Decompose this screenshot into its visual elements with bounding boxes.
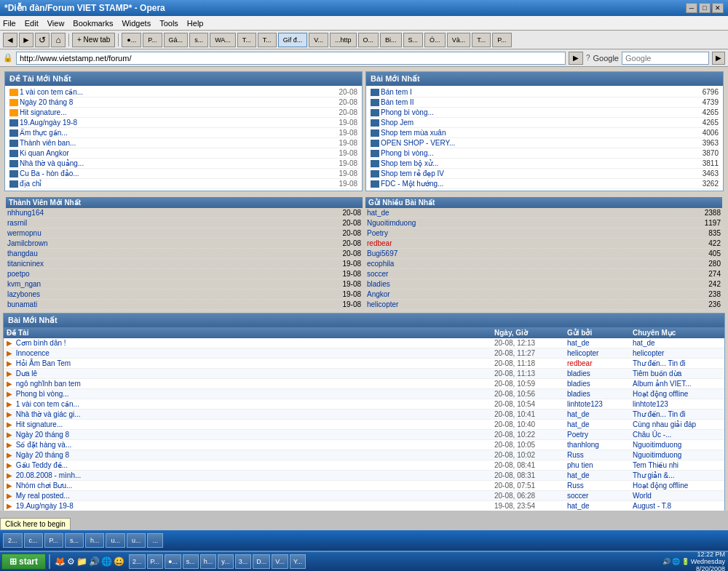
topic-link[interactable]: Hit signature...: [16, 420, 63, 428]
user-link[interactable]: redbear: [567, 359, 592, 367]
tab-14[interactable]: Ó...: [424, 33, 446, 47]
post-link[interactable]: Phong bì vòng...: [381, 108, 691, 116]
post-link[interactable]: 19.Aug/ngày 19-8: [20, 119, 332, 127]
topic-link[interactable]: Innocence: [16, 349, 50, 357]
member-link[interactable]: hat_de: [367, 209, 389, 217]
tab-13[interactable]: S...: [403, 33, 424, 47]
member-link[interactable]: Angkor: [367, 290, 390, 298]
user-link[interactable]: bladies: [567, 380, 590, 388]
taskbar2-item[interactable]: u...: [127, 533, 146, 548]
member-link[interactable]: kvm_ngan: [7, 280, 41, 288]
topic-link[interactable]: Số đặt hàng và...: [16, 441, 72, 449]
back-button[interactable]: ◄: [3, 33, 17, 47]
tab-2[interactable]: P...: [143, 33, 162, 47]
topic-link[interactable]: Cơm bình dân !: [16, 339, 66, 347]
user-link[interactable]: bladies: [567, 370, 590, 378]
user-link[interactable]: Russ: [567, 451, 584, 459]
menu-bookmarks[interactable]: Bookmarks: [73, 19, 113, 28]
post-link[interactable]: 1 vài con tem cần...: [20, 88, 332, 96]
menu-view[interactable]: View: [47, 19, 65, 28]
newtab-button[interactable]: + New tab: [72, 33, 115, 47]
taskbar-item[interactable]: D...: [253, 554, 270, 569]
user-link[interactable]: hat_de: [567, 502, 590, 510]
member-link[interactable]: lazybones: [7, 290, 40, 298]
post-link[interactable]: Shop Jem: [381, 119, 691, 127]
user-link[interactable]: Russ: [567, 482, 584, 490]
category-link[interactable]: World: [633, 492, 652, 500]
taskbar2-item[interactable]: h...: [85, 533, 105, 548]
topic-link[interactable]: Hỏi Âm Ban Tem: [16, 359, 71, 367]
topic-link[interactable]: Gấu Teddy đề...: [16, 461, 68, 469]
post-link[interactable]: Bán tem I: [381, 88, 691, 96]
user-link[interactable]: hat_de: [567, 471, 590, 479]
post-link[interactable]: Ngày 20 tháng 8: [20, 98, 332, 106]
member-link[interactable]: rasrnil: [7, 219, 27, 227]
member-link[interactable]: wermopnu: [7, 229, 41, 237]
home-button[interactable]: ⌂: [51, 33, 66, 47]
icon5[interactable]: 😀: [114, 556, 124, 567]
user-link[interactable]: phu tien: [567, 461, 593, 469]
tab-8[interactable]: Gif đ...: [278, 33, 308, 47]
post-link[interactable]: Phong bì vòng...: [381, 149, 691, 157]
tab-9[interactable]: V...: [309, 33, 328, 47]
member-link[interactable]: nhhung164: [7, 209, 44, 217]
taskbar-item[interactable]: 2...: [129, 554, 146, 569]
post-link[interactable]: Ki quan Angkor: [20, 149, 332, 157]
search-button[interactable]: ▶: [712, 52, 725, 65]
post-link[interactable]: Shop tem mùa xuân: [381, 129, 691, 137]
category-link[interactable]: Thư đến... Tin đi: [633, 359, 686, 367]
tab-5[interactable]: WA...: [210, 33, 236, 47]
post-link[interactable]: Ẩm thực gần...: [20, 129, 332, 137]
category-link[interactable]: Tiêm buồn dừa: [633, 370, 681, 378]
tab-16[interactable]: T...: [472, 33, 491, 47]
post-link[interactable]: Shop tem rẻ đẹp IV: [381, 169, 691, 177]
member-link[interactable]: titanicninex: [7, 260, 44, 268]
taskbar-item[interactable]: ●...: [165, 554, 181, 569]
member-link[interactable]: thangdau: [7, 249, 38, 257]
tab-6[interactable]: T...: [237, 33, 256, 47]
taskbar-item[interactable]: h...: [200, 554, 217, 569]
taskbar2-item[interactable]: s...: [65, 533, 84, 548]
member-link[interactable]: poetpo: [7, 270, 30, 278]
user-link[interactable]: hat_de: [567, 420, 590, 428]
user-link[interactable]: soccer: [567, 492, 588, 500]
post-link[interactable]: Hit signature...: [20, 108, 332, 116]
category-link[interactable]: Hoạt động offline: [633, 482, 688, 490]
maximize-button[interactable]: □: [699, 3, 711, 13]
reload-button[interactable]: ↺: [35, 33, 50, 47]
tab-3[interactable]: Gá...: [164, 33, 189, 47]
menu-tools[interactable]: Tools: [159, 19, 178, 28]
post-link[interactable]: OPEN SHOP - VERY...: [381, 139, 691, 147]
menu-edit[interactable]: Edit: [25, 19, 39, 28]
topic-link[interactable]: Ngày 20 tháng 8: [16, 451, 69, 459]
member-link[interactable]: Nguoitimduong: [367, 219, 416, 227]
taskbar-item[interactable]: P...: [147, 554, 163, 569]
category-link[interactable]: Châu Úc -...: [633, 431, 671, 439]
topic-link[interactable]: Ngày 20 tháng 8: [16, 431, 69, 439]
click-banner[interactable]: Click here to begin: [0, 518, 71, 530]
member-link[interactable]: Poetry: [367, 229, 388, 237]
address-input[interactable]: [16, 52, 566, 65]
topic-link[interactable]: 20.08.2008 - mình...: [16, 471, 82, 479]
taskbar-item[interactable]: y...: [218, 554, 233, 569]
category-link[interactable]: Thư đến... Tin đi: [633, 410, 686, 418]
post-link[interactable]: địa chỉ: [20, 180, 332, 188]
category-link[interactable]: hat_de: [633, 339, 655, 347]
post-link[interactable]: Bán tem II: [381, 98, 691, 106]
tab-10[interactable]: ...http: [330, 33, 357, 47]
category-link[interactable]: linhtote123: [633, 400, 668, 408]
taskbar-item[interactable]: Y...: [290, 554, 306, 569]
category-link[interactable]: Tem Thiếu nhi: [633, 461, 678, 469]
post-link[interactable]: Nhà thờ và quảng...: [20, 159, 332, 167]
icon1[interactable]: ⚙: [67, 556, 75, 567]
forward-button[interactable]: ►: [19, 33, 33, 47]
category-link[interactable]: Hoạt động offline: [633, 390, 688, 398]
taskbar-item[interactable]: V...: [272, 554, 288, 569]
category-link[interactable]: Nguoitimduong: [633, 441, 681, 449]
member-link[interactable]: helicopter: [367, 300, 398, 308]
member-link[interactable]: bunamati: [7, 300, 37, 308]
taskbar2-item[interactable]: P...: [44, 533, 63, 548]
menu-help[interactable]: Help: [187, 19, 204, 28]
topic-link[interactable]: Dưa lê: [16, 370, 37, 378]
user-link[interactable]: Poetry: [567, 431, 588, 439]
